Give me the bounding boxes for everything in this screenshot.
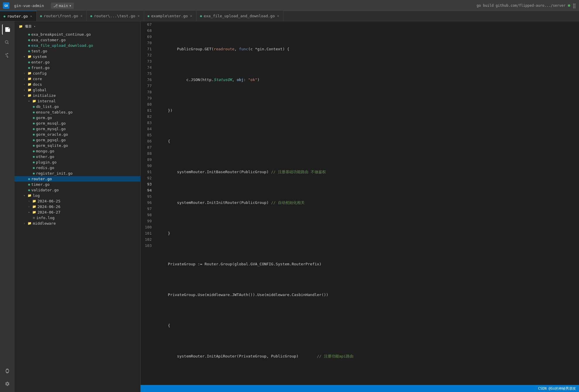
folder-icon: 📁: [28, 71, 32, 75]
line-num: 77: [141, 83, 152, 89]
file-timer[interactable]: ◉ timer.go: [15, 182, 140, 187]
folder-initialize[interactable]: ▾ 📁 initialize: [15, 93, 140, 98]
file-router-go[interactable]: ◉ router.go: [15, 176, 140, 182]
folder-2024-06-26[interactable]: › 📁 2024-06-26: [15, 204, 140, 209]
folder-name: 2024-06-26: [37, 204, 60, 209]
folder-internal[interactable]: ▾ 📁 internal: [15, 98, 140, 104]
tab-close-button[interactable]: ✕: [189, 13, 193, 18]
chevron-down-icon: ▾: [34, 25, 36, 28]
folder-icon: 📁: [28, 55, 32, 59]
expand-arrow: ›: [23, 83, 26, 86]
tab-router-test-go[interactable]: ◉ router\...\test.go ✕: [87, 11, 144, 21]
file-gorm-mssql[interactable]: ◉ gorm_mssql.go: [15, 121, 140, 126]
branch-selector[interactable]: ⎇ main ▾: [51, 3, 74, 9]
menu-item-appname[interactable]: gin-vue-admin: [12, 2, 46, 9]
file-gorm-pgsql[interactable]: ◉ gorm_pgsql.go: [15, 137, 140, 143]
folder-name: 2024-06-25: [37, 199, 60, 203]
expand-arrow: ›: [23, 222, 26, 225]
file-info-log[interactable]: ≡ info.log: [15, 215, 140, 221]
file-name: gorm_oracle.go: [36, 132, 68, 137]
line-num: 99: [141, 218, 152, 224]
folder-global[interactable]: › 📁 global: [15, 87, 140, 93]
explorer-icon[interactable]: [2, 24, 13, 35]
line-num: 96: [141, 200, 152, 206]
folder-2024-06-27[interactable]: ▾ 📁 2024-06-27: [15, 209, 140, 215]
line-numbers: 67 68 69 70 71 72 73 74 75 76 77 78 79 8…: [141, 21, 155, 385]
file-other[interactable]: ◉ other.go: [15, 154, 140, 159]
line-num: 79: [141, 95, 152, 101]
go-file-icon: ◉: [33, 121, 35, 125]
file-name: enter.go: [31, 60, 50, 64]
file-exa-file-upload[interactable]: ◉ exa_file_upload_download.go: [15, 43, 140, 48]
line-num: 68: [141, 27, 152, 34]
line-num: 89: [141, 157, 152, 163]
expand-arrow: ▾: [23, 94, 26, 97]
file-gorm-mysql[interactable]: ◉ gorm_mysql.go: [15, 126, 140, 132]
sidebar: 📁 项目 ▾ ◉ exa_breakpoint_continue.go ◉ ex…: [15, 21, 141, 392]
extensions-icon[interactable]: [2, 366, 13, 376]
folder-core[interactable]: › 📁 core: [15, 76, 140, 82]
folder-log[interactable]: ▾ 📁 log: [15, 193, 140, 198]
file-db-list[interactable]: ◉ db_list.go: [15, 104, 140, 109]
file-mongo[interactable]: ◉ mongo.go: [15, 148, 140, 154]
file-name: router.go: [31, 177, 52, 181]
code-line-69: }): [158, 107, 579, 114]
line-num: 84: [141, 126, 152, 132]
file-exa-customer[interactable]: ◉ exa_customer.go: [15, 37, 140, 43]
tab-close-button[interactable]: ✕: [276, 13, 280, 18]
line-num: 103: [141, 243, 152, 249]
go-file-icon: ◉: [33, 171, 35, 175]
line-num: 74: [141, 64, 152, 71]
line-num: 78: [141, 89, 152, 95]
file-gorm[interactable]: ◉ gorm.go: [15, 115, 140, 121]
folder-system[interactable]: ▾ 📁 system: [15, 54, 140, 59]
file-redis[interactable]: ◉ redis.go: [15, 165, 140, 171]
file-gorm-oracle[interactable]: ◉ gorm_oracle.go: [15, 132, 140, 137]
status-bar: CSDN @Go的神秘男朋友: [141, 385, 579, 392]
line-num: 92: [141, 175, 152, 181]
search-icon[interactable]: [2, 37, 13, 48]
go-file-icon: ◉: [33, 155, 35, 159]
settings-icon[interactable]: [2, 379, 13, 389]
go-file-icon: ◉: [28, 60, 30, 64]
file-ensure-tables[interactable]: ◉ ensure_tables.go: [15, 109, 140, 115]
folder-2024-06-25[interactable]: › 📁 2024-06-25: [15, 198, 140, 204]
line-num: 81: [141, 107, 152, 114]
file-enter-go[interactable]: ◉ enter.go: [15, 59, 140, 65]
expand-arrow: ›: [28, 200, 31, 203]
file-gorm-sqlite[interactable]: ◉ gorm_sqlite.go: [15, 143, 140, 148]
sidebar-header: 📁 项目 ▾: [15, 21, 140, 32]
tab-exa-file-upload[interactable]: ◉ exa_file_upload_and_download.go ✕: [197, 11, 283, 21]
tab-close-button[interactable]: ✕: [137, 13, 140, 18]
code-line-71: systemRouter.InitBaseRouter(PublicGroup)…: [158, 169, 579, 175]
file-register-init[interactable]: ◉ register_init.go: [15, 171, 140, 176]
go-file-icon: ◉: [28, 44, 30, 47]
tab-close-button[interactable]: ✕: [80, 13, 83, 18]
code-line-74: PrivateGroup := Router.Group(global.GVA_…: [158, 261, 579, 267]
file-test-go[interactable]: ◉ test.go: [15, 48, 140, 54]
tab-router-front-go[interactable]: ◉ router\front.go ✕: [37, 11, 87, 21]
source-control-icon[interactable]: [2, 50, 13, 61]
line-num: 73: [141, 58, 152, 64]
sidebar-tree: ◉ exa_breakpoint_continue.go ◉ exa_custo…: [15, 32, 140, 392]
file-plugin[interactable]: ◉ plugin.go: [15, 159, 140, 165]
file-exa-breakpoint[interactable]: ◉ exa_breakpoint_continue.go: [15, 32, 140, 37]
file-front-go[interactable]: ◉ front.go: [15, 65, 140, 71]
tab-label: router\...\test.go: [94, 14, 135, 18]
file-validator[interactable]: ◉ validator.go: [15, 187, 140, 193]
tab-close-button[interactable]: ✕: [30, 14, 33, 19]
folder-middleware[interactable]: › 📁 middleware: [15, 221, 140, 226]
folder-config[interactable]: › 📁 config: [15, 71, 140, 76]
go-file-icon: ◉: [28, 32, 30, 36]
line-num: 85: [141, 132, 152, 138]
folder-docs[interactable]: › 📁 docs: [15, 82, 140, 87]
tab-label: exa_file_upload_and_download.go: [204, 14, 275, 18]
code-editor[interactable]: 67 68 69 70 71 72 73 74 75 76 77 78 79 8…: [141, 21, 579, 385]
file-name: gorm_mssql.go: [36, 121, 66, 125]
tab-example-enter-go[interactable]: ◉ example\enter.go ✕: [144, 11, 197, 21]
line-num: 101: [141, 230, 152, 236]
tab-router-go[interactable]: ◉ router.go ✕: [0, 11, 37, 21]
go-file-icon: ◉: [28, 49, 30, 53]
folder-name: docs: [33, 82, 42, 87]
code-line-76: {: [158, 322, 579, 329]
